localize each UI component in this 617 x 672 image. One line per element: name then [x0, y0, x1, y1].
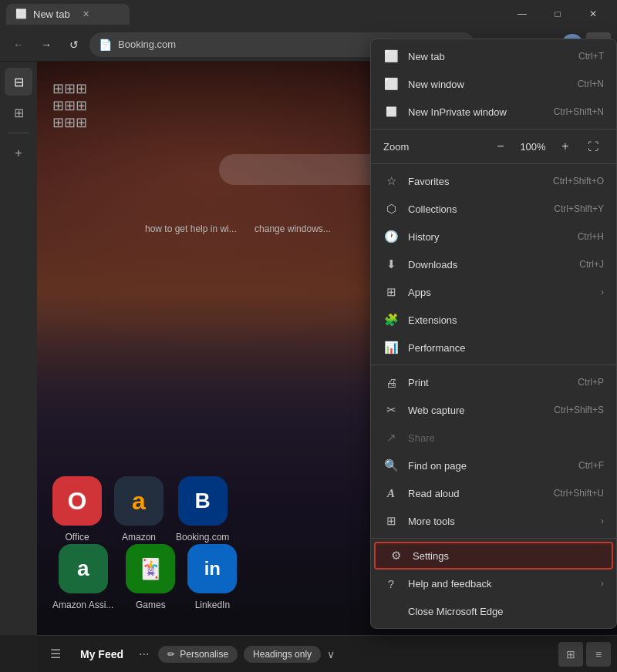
active-tab[interactable]: ⬜ New tab ✕	[6, 4, 130, 25]
read-aloud-icon: A	[383, 486, 399, 501]
zoom-minus-button[interactable]: −	[490, 136, 511, 157]
menu-item-read-aloud[interactable]: A Read aloud Ctrl+Shift+U	[371, 479, 616, 507]
quick-link-linkedin[interactable]: in LinkedIn	[187, 544, 237, 610]
menu-item-settings[interactable]: ⚙ Settings	[374, 542, 613, 570]
print-icon: 🖨	[383, 375, 399, 390]
collections-icon: ⬡	[383, 201, 399, 217]
close-button[interactable]: ✕	[575, 0, 611, 28]
favorites-shortcut: Ctrl+Shift+O	[553, 176, 604, 186]
menu-item-performance[interactable]: 📊 Performance	[371, 334, 616, 361]
menu-item-collections[interactable]: ⬡ Collections Ctrl+Shift+Y	[371, 195, 616, 223]
quick-link-amazon-asst-label: Amazon Assi...	[52, 600, 113, 610]
menu-item-print[interactable]: 🖨 Print Ctrl+P	[371, 368, 616, 396]
history-icon: 🕐	[383, 229, 399, 244]
menu-item-history[interactable]: 🕐 History Ctrl+H	[371, 223, 616, 250]
more-tools-arrow-icon: ›	[601, 516, 604, 526]
zoom-expand-button[interactable]: ⛶	[582, 136, 604, 157]
menu-divider-3	[371, 365, 616, 365]
quick-link-games[interactable]: 🃏 Games	[126, 544, 175, 610]
menu-item-share: ↗ Share	[371, 424, 616, 452]
more-tools-label: More tools	[408, 516, 592, 527]
headings-chevron-icon[interactable]: ∨	[327, 648, 335, 660]
forward-button[interactable]: →	[34, 32, 59, 57]
menu-item-new-inprivate[interactable]: ⬜ New InPrivate window Ctrl+Shift+N	[371, 98, 616, 126]
performance-label: Performance	[408, 342, 604, 354]
new-tab-icon: ⬜	[383, 49, 399, 64]
performance-icon: 📊	[383, 340, 399, 355]
find-on-page-icon: 🔍	[383, 458, 399, 473]
menu-item-web-capture[interactable]: ✂ Web capture Ctrl+Shift+S	[371, 396, 616, 424]
zoom-row: Zoom − 100% + ⛶	[371, 133, 616, 160]
quick-link-amazon-asst[interactable]: a Amazon Assi...	[52, 544, 113, 610]
downloads-label: Downloads	[408, 259, 570, 270]
help-arrow-icon: ›	[601, 578, 604, 589]
collections-shortcut: Ctrl+Shift+Y	[554, 203, 604, 214]
history-label: History	[408, 231, 568, 243]
menu-item-extensions[interactable]: 🧩 Extensions	[371, 306, 616, 334]
minimize-button[interactable]: —	[504, 0, 540, 28]
context-menu: ⬜ New tab Ctrl+T ⬜ New window Ctrl+N ⬜ N…	[370, 39, 617, 629]
menu-item-favorites[interactable]: ☆ Favorites Ctrl+Shift+O	[371, 167, 616, 195]
bottom-dots-button[interactable]: ···	[136, 644, 152, 664]
share-icon: ↗	[383, 430, 399, 445]
print-label: Print	[408, 377, 568, 388]
apps-icon: ⊞	[383, 284, 399, 300]
my-feed-button[interactable]: My Feed	[74, 645, 130, 664]
apps-arrow-icon: ›	[601, 287, 604, 297]
extensions-label: Extensions	[408, 314, 604, 326]
office-icon: O	[52, 476, 102, 526]
bottom-menu-button[interactable]: ☰	[43, 642, 68, 667]
back-button[interactable]: ←	[6, 32, 31, 57]
quick-link-booking[interactable]: B Booking.com	[176, 476, 229, 543]
tab-favicon-icon: ⬜	[15, 8, 27, 19]
bottom-right-icons: ⊞ ≡	[558, 642, 611, 667]
headings-only-button[interactable]: Headings only	[244, 646, 321, 663]
sidebar-tabs-button[interactable]: ⊟	[5, 68, 32, 96]
quick-links-row2: a Amazon Assi... 🃏 Games in LinkedIn	[52, 544, 237, 610]
menu-item-close-edge[interactable]: Close Microsoft Edge	[371, 597, 616, 625]
history-item-2[interactable]: change windows...	[255, 223, 331, 234]
menu-item-help[interactable]: ? Help and feedback ›	[371, 570, 616, 597]
refresh-button[interactable]: ↺	[62, 32, 86, 57]
quick-link-amazon[interactable]: a Amazon	[114, 476, 164, 543]
view-list-button[interactable]: ≡	[586, 642, 611, 667]
amazon-asst-icon: a	[59, 544, 108, 593]
tab-area: ⬜ New tab ✕	[6, 4, 130, 25]
sidebar-add-button[interactable]: +	[5, 139, 32, 167]
zoom-plus-button[interactable]: +	[555, 136, 576, 157]
collections-label: Collections	[408, 203, 545, 215]
inprivate-shortcut: Ctrl+Shift+N	[554, 106, 604, 117]
sidebar-workspaces-button[interactable]: ⊞	[5, 99, 32, 126]
personalise-icon: ✏	[167, 649, 175, 660]
personalise-button[interactable]: ✏ Personalise	[158, 646, 238, 663]
downloads-shortcut: Ctrl+J	[579, 259, 604, 270]
new-tab-shortcut: Ctrl+T	[578, 51, 604, 62]
favorites-label: Favorites	[408, 176, 544, 187]
history-item-1[interactable]: how to get help in wi...	[145, 223, 237, 234]
help-icon: ?	[383, 576, 399, 591]
title-bar: ⬜ New tab ✕ — □ ✕	[0, 0, 617, 28]
find-on-page-label: Find on page	[408, 460, 569, 472]
quick-link-amazon-label: Amazon	[122, 532, 156, 543]
help-label: Help and feedback	[408, 578, 592, 590]
menu-item-new-window[interactable]: ⬜ New window Ctrl+N	[371, 70, 616, 98]
menu-item-downloads[interactable]: ⬇ Downloads Ctrl+J	[371, 250, 616, 278]
personalise-label: Personalise	[180, 649, 228, 660]
favorites-icon: ☆	[383, 173, 399, 189]
headings-label: Headings only	[253, 649, 312, 660]
settings-label: Settings	[413, 550, 599, 562]
quick-link-office[interactable]: O Office	[52, 476, 102, 543]
inprivate-label: New InPrivate window	[408, 106, 545, 118]
grid-icon[interactable]: ⊞⊞⊞⊞⊞⊞⊞⊞⊞	[52, 80, 87, 131]
maximize-button[interactable]: □	[540, 0, 575, 28]
tab-close-icon[interactable]: ✕	[83, 9, 89, 19]
sidebar: ⊟ ⊞ +	[0, 62, 37, 635]
menu-item-find-on-page[interactable]: 🔍 Find on page Ctrl+F	[371, 452, 616, 479]
menu-item-more-tools[interactable]: ⊞ More tools ›	[371, 507, 616, 535]
more-tools-icon: ⊞	[383, 513, 399, 529]
menu-item-apps[interactable]: ⊞ Apps ›	[371, 278, 616, 306]
view-grid-button[interactable]: ⊞	[558, 642, 583, 667]
menu-item-new-tab[interactable]: ⬜ New tab Ctrl+T	[371, 42, 616, 70]
quick-links-row1: O Office a Amazon B Booking.com	[52, 476, 229, 543]
read-aloud-label: Read aloud	[408, 488, 545, 499]
